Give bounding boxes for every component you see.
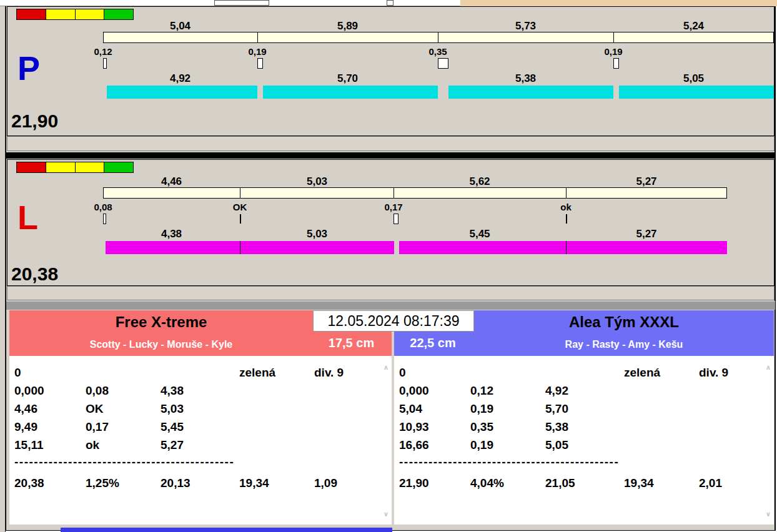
gross-bar-divider (566, 187, 567, 199)
table-cell: zelená (239, 363, 275, 382)
cross-marker-box (103, 214, 106, 224)
cross-time-label: 0,35 (413, 47, 463, 57)
separator-row: ----------------------------------------… (9, 454, 265, 470)
team-panel-left: Free X-treme Scotty - Lucky - Moruše - K… (9, 310, 392, 525)
run-row: 0,0000,124,92 (394, 382, 764, 400)
table-cell: 0,17 (86, 418, 109, 436)
table-cell: 5,45 (161, 418, 184, 436)
table-cell: 5,03 (161, 400, 184, 418)
table-cell: 0,08 (86, 382, 109, 400)
split-net-label: 5,38 (438, 73, 613, 84)
table-cell: 9,49 (14, 418, 37, 436)
table-cell: 10,93 (399, 418, 429, 436)
screen: P 5,040,124,925,890,195,705,730,355,385,… (0, 0, 777, 532)
status-light-3 (76, 162, 105, 172)
cross-marker-box (103, 58, 107, 69)
table-cell: 16,66 (399, 436, 429, 454)
info-row: 0zelenádiv. 9 (9, 363, 382, 382)
split-net-label: 5,70 (257, 73, 438, 84)
net-time-bar-segment (566, 241, 727, 254)
run-row: 9,490,175,45 (9, 418, 382, 436)
status-light-3 (76, 9, 105, 19)
team-panel-right: Alea Tým XXXL Ray - Rasty - Amy - Kešu 2… (394, 310, 774, 525)
lane-track: 4,460,084,385,03OK5,035,620,175,455,27ok… (103, 176, 775, 276)
table-cell: 1,25% (86, 474, 119, 492)
table-cell: 4,92 (545, 382, 568, 400)
taskbar-strip[interactable] (61, 528, 392, 532)
status-light-4 (104, 162, 133, 172)
run-row: 0,0000,084,38 (9, 382, 382, 400)
net-time-bar-segment (399, 241, 566, 254)
table-cell: 20,13 (161, 474, 191, 492)
totals-row: 21,904,04%21,0519,342,01 (394, 470, 764, 491)
team-dogs: Scotty - Lucky - Moruše - Kyle (9, 339, 313, 350)
chrome-fragment (387, 0, 393, 6)
lane-footer-strip (7, 136, 775, 151)
lane-track: 5,040,124,925,890,195,705,730,355,385,24… (103, 21, 775, 121)
table-cell: 20,38 (14, 474, 44, 492)
clean-pass-tick (240, 214, 241, 224)
separator-row: ----------------------------------------… (394, 454, 650, 470)
cross-time-label: ok (541, 202, 591, 212)
table-cell: 21,90 (399, 474, 429, 492)
scroll-up-icon[interactable]: ∧ (382, 363, 390, 372)
net-bar-divider (240, 241, 240, 254)
run-row: 10,930,355,38 (394, 418, 764, 436)
results-area: Free X-treme Scotty - Lucky - Moruše - K… (6, 310, 775, 530)
table-cell: 4,46 (14, 400, 37, 418)
scroll-down-icon[interactable]: ∨ (765, 510, 772, 518)
jump-height: 22,5 cm (399, 336, 467, 350)
split-gross-label: 5,04 (103, 21, 257, 32)
table-cell: 5,38 (545, 418, 568, 436)
status-light-4 (104, 9, 133, 19)
table-cell: 4,38 (161, 382, 184, 400)
status-lights (16, 9, 134, 20)
status-light-2 (46, 162, 76, 172)
cross-time-label: 0,08 (78, 202, 128, 212)
table-cell: 0 (14, 363, 21, 382)
split-gross-label: 4,46 (103, 176, 240, 187)
table-cell: 19,34 (624, 474, 654, 492)
left-scrollbar-strip[interactable] (0, 6, 6, 532)
scroll-down-icon[interactable]: ∨ (382, 510, 390, 518)
table-cell: ok (86, 436, 99, 454)
cross-time-label: 0,19 (588, 47, 638, 57)
table-cell: 0,35 (470, 418, 493, 436)
table-cell: 0,12 (470, 382, 493, 400)
table-cell: 5,27 (161, 436, 184, 454)
table-cell: 15,11 (14, 436, 44, 454)
splitter-bar (6, 301, 775, 310)
chrome-fragment (214, 0, 269, 6)
split-net-label: 4,38 (103, 229, 240, 240)
timestamp: 12.05.2024 08:17:39 (313, 310, 474, 332)
lane-divider (6, 152, 775, 159)
table-cell: 2,01 (699, 474, 722, 492)
lane-panel-p: P 5,040,124,925,890,195,705,730,355,385,… (7, 6, 775, 136)
cross-time-label: 0,12 (78, 47, 128, 57)
cross-marker-box (257, 58, 263, 69)
team-name: Alea Tým XXXL (474, 313, 774, 331)
gross-bar-divider (438, 32, 438, 43)
cross-marker-box (438, 58, 448, 69)
lane-total-time: 20,38 (11, 264, 58, 285)
lane-letter: L (17, 200, 38, 234)
gross-bar-divider (393, 187, 394, 199)
table-cell: 0,000 (399, 382, 429, 400)
table-cell: 19,34 (239, 474, 269, 492)
status-light-1 (17, 9, 46, 19)
net-time-bar-segment (240, 241, 394, 254)
split-net-label: 5,27 (566, 229, 727, 240)
net-time-bar-segment (106, 241, 240, 254)
lane-panel-l: L 4,460,084,385,03OK5,035,620,175,455,27… (7, 159, 775, 286)
table-cell: 1,09 (314, 474, 337, 492)
run-row: 5,040,195,70 (394, 400, 764, 418)
scroll-up-icon[interactable]: ∧ (765, 363, 772, 372)
gross-bar-divider (257, 32, 258, 43)
totals-row: 20,381,25%20,1319,341,09 (9, 470, 382, 491)
gross-time-bar (103, 187, 727, 199)
team-results-table: 0zelenádiv. 90,0000,124,925,040,195,7010… (394, 356, 774, 525)
table-cell: 5,04 (399, 400, 422, 418)
team-name: Free X-treme (9, 313, 313, 331)
table-cell: 0,19 (470, 436, 493, 454)
split-gross-label: 5,24 (613, 21, 774, 32)
